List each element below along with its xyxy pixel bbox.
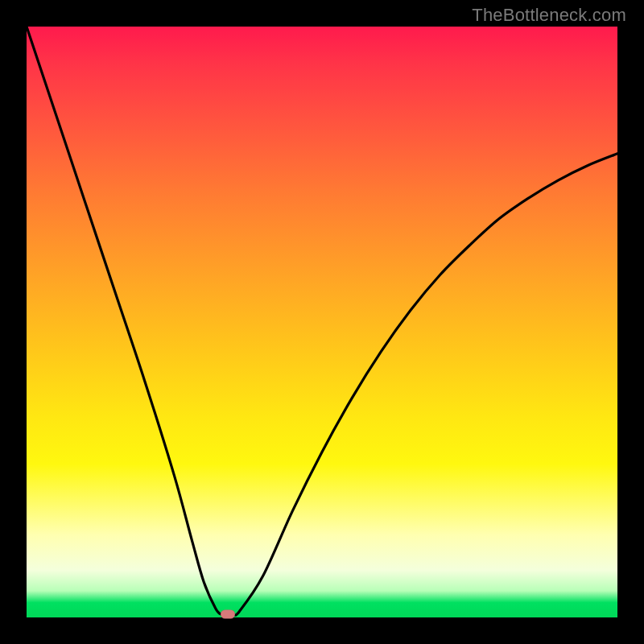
watermark-text: TheBottleneck.com <box>472 5 626 26</box>
curve-svg <box>27 27 617 617</box>
bottleneck-curve <box>27 27 617 615</box>
chart-frame: TheBottleneck.com <box>0 0 644 644</box>
min-marker <box>221 610 235 619</box>
plot-area <box>27 27 617 617</box>
